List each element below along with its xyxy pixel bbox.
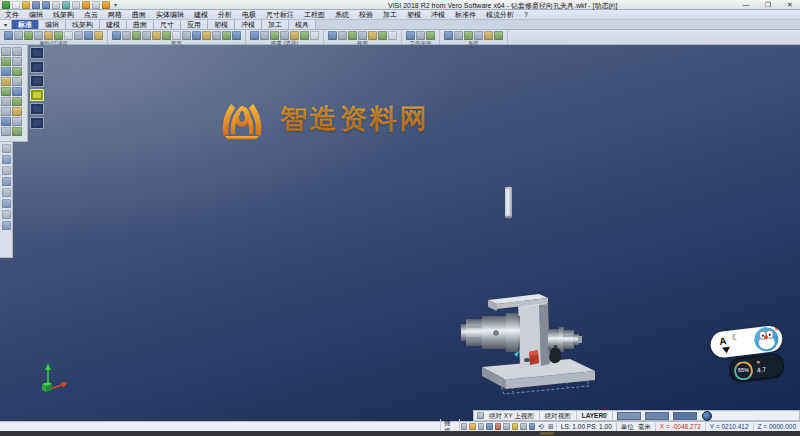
toolbar-icon[interactable] bbox=[426, 31, 435, 40]
toolbar-icon[interactable] bbox=[24, 31, 33, 40]
toolbar-icon[interactable] bbox=[474, 31, 483, 40]
sphere-icon[interactable] bbox=[702, 411, 712, 421]
toolbar-icon[interactable] bbox=[192, 31, 201, 40]
tab-machining[interactable]: 加工 bbox=[262, 20, 289, 29]
snap-icon[interactable] bbox=[520, 423, 526, 430]
side-tool-icon[interactable] bbox=[12, 87, 22, 96]
side-tool-icon[interactable] bbox=[12, 47, 22, 56]
toolbar-icon[interactable] bbox=[34, 31, 43, 40]
toolbar-icon[interactable] bbox=[260, 31, 269, 40]
grid-icon[interactable]: ⊞ bbox=[548, 423, 554, 431]
toolbar-icon[interactable] bbox=[444, 31, 453, 40]
toolbar-icon[interactable] bbox=[94, 31, 103, 40]
toolbar-icon[interactable] bbox=[378, 31, 387, 40]
menu-mould[interactable]: 塑模 bbox=[402, 10, 426, 19]
side-tool-icon[interactable] bbox=[1, 47, 11, 56]
save-all-icon[interactable] bbox=[42, 1, 50, 9]
menu-file[interactable]: 文件 bbox=[0, 10, 24, 19]
tab-tooling[interactable]: 模具 bbox=[289, 20, 316, 29]
side-tool-icon[interactable] bbox=[12, 57, 22, 66]
toolbar-icon[interactable] bbox=[84, 31, 93, 40]
save-file-icon[interactable] bbox=[32, 1, 40, 9]
snap-icon[interactable] bbox=[461, 423, 467, 430]
side-tool-icon[interactable] bbox=[1, 107, 11, 116]
snap-icon[interactable] bbox=[512, 423, 518, 430]
undo-icon[interactable] bbox=[82, 1, 90, 9]
tab-surface[interactable]: 曲面 bbox=[127, 20, 154, 29]
workplane-field[interactable]: 绝对 XY 上视图 bbox=[484, 411, 540, 420]
toolbar-icon[interactable] bbox=[232, 31, 241, 40]
menu-system[interactable]: 系统 bbox=[330, 10, 354, 19]
side-tool-icon[interactable] bbox=[12, 77, 22, 86]
minimize-button[interactable]: — bbox=[740, 0, 752, 9]
close-button[interactable]: ✕ bbox=[784, 0, 796, 9]
menu-standard-parts[interactable]: 标准件 bbox=[450, 10, 481, 19]
menu-verify[interactable]: 校验 bbox=[354, 10, 378, 19]
toolbar-icon[interactable] bbox=[250, 31, 259, 40]
menu-surface[interactable]: 曲面 bbox=[127, 10, 151, 19]
toolbar-icon[interactable] bbox=[358, 31, 367, 40]
side-tool-icon[interactable] bbox=[1, 57, 11, 66]
snap-icon[interactable] bbox=[529, 423, 535, 430]
snap-icon[interactable] bbox=[469, 423, 475, 430]
side-tool-icon[interactable] bbox=[2, 166, 11, 175]
quickbar-more-icon[interactable]: ▾ bbox=[112, 1, 119, 8]
toolbar-icon[interactable] bbox=[494, 31, 503, 40]
toolbar-icon[interactable] bbox=[212, 31, 221, 40]
view-mode-field[interactable]: 绝对视图 bbox=[540, 411, 577, 420]
side-tool-icon[interactable] bbox=[2, 221, 11, 230]
tab-modeling[interactable]: 建模 bbox=[100, 20, 127, 29]
open-file-icon[interactable] bbox=[22, 1, 30, 9]
toolbar-icon[interactable] bbox=[112, 31, 121, 40]
toolbar-icon[interactable] bbox=[122, 31, 131, 40]
model-red-clamp[interactable] bbox=[529, 350, 539, 365]
menu-dimension[interactable]: 尺寸标注 bbox=[261, 10, 299, 19]
toolbar-icon[interactable] bbox=[132, 31, 141, 40]
toolbar-icon[interactable] bbox=[290, 31, 299, 40]
toolbar-icon[interactable] bbox=[182, 31, 191, 40]
toolbar-icon[interactable] bbox=[64, 31, 73, 40]
toolbar-icon[interactable] bbox=[162, 31, 171, 40]
toolbar-icon[interactable] bbox=[222, 31, 231, 40]
tab-dimension[interactable]: 尺寸 bbox=[154, 20, 181, 29]
toolbar-icon[interactable] bbox=[172, 31, 181, 40]
toolbar-icon[interactable] bbox=[416, 31, 425, 40]
side-tool-icon[interactable] bbox=[1, 127, 11, 136]
toolbar-icon[interactable] bbox=[14, 31, 23, 40]
toolbar-icon[interactable] bbox=[406, 31, 415, 40]
toolbar-icon[interactable] bbox=[300, 31, 309, 40]
menu-electrode[interactable]: 电极 bbox=[237, 10, 261, 19]
tab-application[interactable]: 应用 bbox=[181, 20, 208, 29]
side-tool-icon[interactable] bbox=[1, 87, 11, 96]
side-tool-icon[interactable] bbox=[1, 117, 11, 126]
view-button-active[interactable] bbox=[30, 89, 44, 101]
import-icon[interactable] bbox=[72, 1, 80, 9]
menu-help[interactable]: ? bbox=[519, 10, 533, 19]
model-right-cylinder[interactable] bbox=[548, 327, 582, 363]
menu-die[interactable]: 冲模 bbox=[426, 10, 450, 19]
model-pin[interactable] bbox=[505, 187, 512, 219]
tab-wireframe[interactable]: 线架构 bbox=[66, 20, 100, 29]
tab-die[interactable]: 冲模 bbox=[235, 20, 262, 29]
toolbar-icon[interactable] bbox=[152, 31, 161, 40]
menu-modeling[interactable]: 建模 bbox=[189, 10, 213, 19]
viewport-3d[interactable]: 智造资料网 bbox=[0, 45, 800, 421]
color-swatch[interactable] bbox=[673, 412, 697, 420]
model-left-cylinder[interactable] bbox=[461, 313, 520, 352]
side-tool-icon[interactable] bbox=[1, 97, 11, 106]
toolbar-icon[interactable] bbox=[44, 31, 53, 40]
toolbar-icon[interactable] bbox=[388, 31, 397, 40]
side-tool-icon[interactable] bbox=[2, 199, 11, 208]
model-fixture[interactable] bbox=[430, 180, 620, 410]
refresh-icon[interactable]: ⟲ bbox=[538, 423, 544, 431]
menu-machining[interactable]: 加工 bbox=[378, 10, 402, 19]
color-swatch[interactable] bbox=[617, 412, 641, 420]
snap-icon[interactable] bbox=[478, 423, 484, 430]
view-button[interactable] bbox=[30, 47, 44, 59]
snap-icon[interactable] bbox=[495, 423, 501, 430]
side-tool-icon[interactable] bbox=[12, 67, 22, 76]
snap-icon[interactable] bbox=[486, 423, 492, 430]
menu-flow-analysis[interactable]: 模流分析 bbox=[481, 10, 519, 19]
toolbar-icon[interactable] bbox=[142, 31, 151, 40]
side-tool-icon[interactable] bbox=[12, 127, 22, 136]
